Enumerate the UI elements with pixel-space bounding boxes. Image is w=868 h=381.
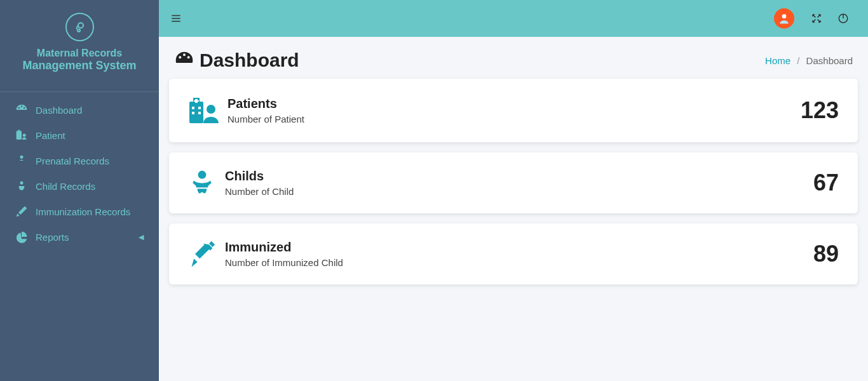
hospital-user-icon bbox=[188, 95, 219, 126]
logo-area: Maternal Records Management System bbox=[0, 0, 159, 91]
card-childs[interactable]: Childs Number of Child 67 bbox=[169, 152, 858, 213]
svg-rect-17 bbox=[192, 107, 194, 109]
sidebar-item-label: Patient bbox=[36, 130, 65, 141]
app-name-line1: Maternal Records bbox=[0, 48, 159, 59]
sidebar-item-child[interactable]: Child Records bbox=[5, 173, 154, 199]
card-title: Immunized bbox=[225, 240, 343, 255]
card-subtitle: Number of Child bbox=[225, 186, 294, 197]
pie-chart-icon bbox=[15, 231, 28, 243]
logo-icon bbox=[65, 13, 94, 41]
sidebar: Maternal Records Management System Dashb… bbox=[0, 0, 159, 381]
sidebar-nav: Dashboard Patient Prenatal Records Child… bbox=[0, 97, 159, 250]
card-value: 67 bbox=[813, 170, 839, 196]
svg-rect-2 bbox=[17, 131, 22, 139]
card-subtitle: Number of Immunized Child bbox=[225, 257, 343, 268]
hospital-user-icon bbox=[15, 129, 28, 142]
breadcrumb: Home / Dashboard bbox=[765, 55, 853, 66]
syringe-icon bbox=[15, 205, 28, 218]
svg-point-21 bbox=[207, 105, 215, 114]
chevron-left-icon: ◀ bbox=[139, 233, 144, 241]
card-title: Patients bbox=[227, 97, 304, 111]
breadcrumb-separator: / bbox=[797, 55, 799, 66]
svg-point-5 bbox=[20, 156, 24, 159]
card-patients[interactable]: Patients Number of Patient 123 bbox=[169, 79, 858, 142]
sidebar-item-reports[interactable]: Reports ◀ bbox=[5, 224, 154, 250]
page-title: Dashboard bbox=[200, 50, 299, 71]
svg-point-1 bbox=[78, 29, 80, 32]
baby-icon bbox=[188, 169, 216, 197]
breadcrumb-current: Dashboard bbox=[806, 55, 853, 66]
sidebar-item-label: Immunization Records bbox=[36, 206, 130, 217]
syringe-icon bbox=[188, 240, 216, 268]
svg-rect-13 bbox=[189, 102, 203, 123]
card-value: 123 bbox=[801, 97, 839, 124]
sidebar-item-label: Reports bbox=[36, 232, 69, 243]
app-name-line2: Management System bbox=[0, 59, 159, 72]
card-value: 89 bbox=[813, 241, 839, 267]
child-icon bbox=[15, 154, 28, 167]
sidebar-item-label: Dashboard bbox=[36, 105, 82, 116]
sidebar-item-label: Prenatal Records bbox=[36, 156, 109, 166]
svg-point-22 bbox=[198, 171, 207, 179]
fullscreen-icon[interactable] bbox=[811, 13, 822, 24]
sidebar-divider bbox=[0, 91, 159, 92]
page-title-wrap: Dashboard bbox=[174, 50, 299, 71]
card-immunized[interactable]: Immunized Number of Immunized Child 89 bbox=[169, 224, 858, 284]
svg-point-10 bbox=[782, 14, 787, 18]
sidebar-item-patient[interactable]: Patient bbox=[5, 123, 154, 148]
svg-point-6 bbox=[20, 182, 24, 185]
svg-point-0 bbox=[78, 23, 83, 28]
sidebar-item-immunization[interactable]: Immunization Records bbox=[5, 199, 154, 224]
cards-container: Patients Number of Patient 123 Childs Nu… bbox=[169, 79, 858, 284]
sidebar-item-dashboard[interactable]: Dashboard bbox=[5, 97, 154, 123]
svg-rect-18 bbox=[198, 107, 201, 109]
avatar[interactable] bbox=[774, 8, 794, 29]
topbar bbox=[159, 0, 868, 37]
card-subtitle: Number of Patient bbox=[227, 114, 304, 124]
svg-rect-16 bbox=[194, 100, 199, 102]
breadcrumb-home[interactable]: Home bbox=[765, 55, 790, 66]
page-header: Dashboard Home / Dashboard bbox=[169, 47, 858, 79]
baby-icon bbox=[15, 180, 28, 192]
svg-rect-3 bbox=[18, 130, 20, 132]
card-title: Childs bbox=[225, 169, 294, 184]
svg-rect-19 bbox=[192, 112, 194, 114]
svg-rect-20 bbox=[198, 112, 201, 114]
svg-point-4 bbox=[23, 134, 26, 137]
sidebar-item-prenatal[interactable]: Prenatal Records bbox=[5, 148, 154, 173]
dashboard-icon bbox=[15, 104, 28, 116]
power-icon[interactable] bbox=[837, 13, 849, 24]
sidebar-item-label: Child Records bbox=[36, 181, 95, 192]
main-content: Dashboard Home / Dashboard Patients Numb… bbox=[159, 37, 868, 381]
dashboard-title-icon bbox=[174, 50, 194, 70]
hamburger-icon[interactable] bbox=[170, 13, 182, 24]
